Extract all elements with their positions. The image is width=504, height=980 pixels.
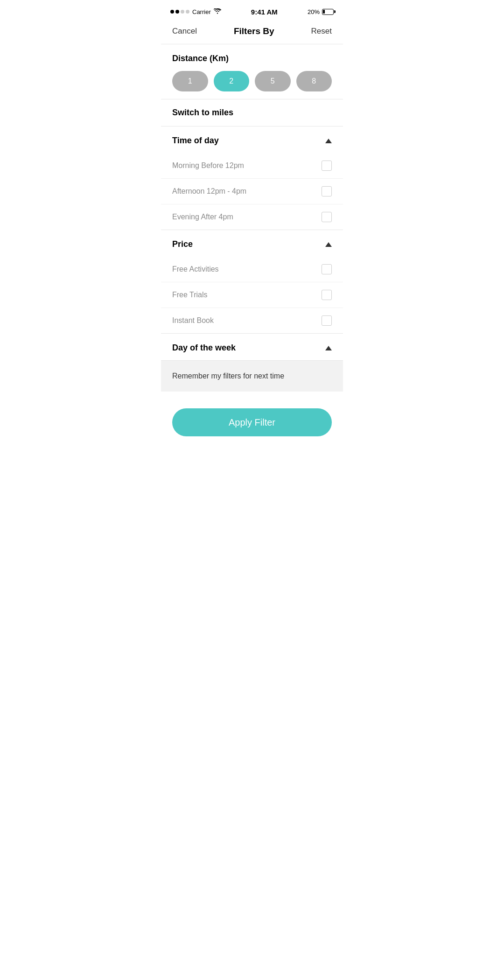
distance-section: Distance (Km) 1 2 5 8 xyxy=(161,44,343,99)
price-free-activities-checkbox[interactable] xyxy=(322,264,332,274)
day-of-week-header[interactable]: Day of the week xyxy=(161,334,343,360)
status-time: 9:41 AM xyxy=(251,8,278,16)
distance-pills: 1 2 5 8 xyxy=(172,71,332,91)
switch-miles-label[interactable]: Switch to miles xyxy=(172,108,233,117)
day-of-week-title: Day of the week xyxy=(172,343,236,353)
time-morning-item[interactable]: Morning Before 12pm xyxy=(161,153,343,178)
distance-pill-1[interactable]: 1 xyxy=(172,71,208,91)
time-morning-checkbox[interactable] xyxy=(322,161,332,171)
price-instant-book-label: Instant Book xyxy=(172,316,214,325)
remember-section: Remember my filters for next time xyxy=(161,361,343,392)
price-instant-book-checkbox[interactable] xyxy=(322,315,332,326)
distance-pill-8[interactable]: 8 xyxy=(296,71,332,91)
signal-dots xyxy=(170,10,189,14)
time-afternoon-item[interactable]: Afternoon 12pm - 4pm xyxy=(161,178,343,204)
price-free-activities-item[interactable]: Free Activities xyxy=(161,257,343,282)
time-afternoon-label: Afternoon 12pm - 4pm xyxy=(172,187,246,196)
time-evening-item[interactable]: Evening After 4pm xyxy=(161,204,343,230)
filter-content: Distance (Km) 1 2 5 8 Switch to miles Ti… xyxy=(161,44,343,455)
time-afternoon-checkbox[interactable] xyxy=(322,186,332,196)
signal-dot-1 xyxy=(170,10,174,14)
price-free-trials-item[interactable]: Free Trials xyxy=(161,282,343,308)
price-section: Price Free Activities Free Trials Instan… xyxy=(161,230,343,334)
wifi-icon xyxy=(214,8,221,15)
signal-dot-2 xyxy=(175,10,179,14)
signal-dot-4 xyxy=(186,10,189,14)
signal-dot-3 xyxy=(181,10,184,14)
time-of-day-section: Time of day Morning Before 12pm Afternoo… xyxy=(161,126,343,230)
price-instant-book-item[interactable]: Instant Book xyxy=(161,308,343,333)
status-left: Carrier xyxy=(170,8,221,15)
price-title: Price xyxy=(172,239,193,249)
day-of-week-chevron-up-icon xyxy=(325,346,332,350)
time-evening-label: Evening After 4pm xyxy=(172,213,233,221)
time-evening-checkbox[interactable] xyxy=(322,212,332,222)
page-title: Filters By xyxy=(234,26,274,36)
status-right: 20% xyxy=(308,8,334,15)
time-of-day-chevron-up-icon xyxy=(325,139,332,143)
remember-text: Remember my filters for next time xyxy=(172,372,284,380)
price-chevron-up-icon xyxy=(325,242,332,247)
time-of-day-header[interactable]: Time of day xyxy=(161,126,343,153)
distance-title: Distance (Km) xyxy=(172,54,332,63)
time-morning-label: Morning Before 12pm xyxy=(172,161,244,170)
reset-button[interactable]: Reset xyxy=(311,27,332,36)
price-free-trials-checkbox[interactable] xyxy=(322,290,332,300)
time-of-day-items: Morning Before 12pm Afternoon 12pm - 4pm… xyxy=(161,153,343,230)
distance-pill-2[interactable]: 2 xyxy=(214,71,250,91)
price-header[interactable]: Price xyxy=(161,230,343,257)
price-items: Free Activities Free Trials Instant Book xyxy=(161,257,343,333)
price-free-trials-label: Free Trials xyxy=(172,291,208,299)
carrier-label: Carrier xyxy=(192,8,211,15)
battery-percent: 20% xyxy=(308,8,320,15)
day-of-week-section: Day of the week xyxy=(161,334,343,361)
price-free-activities-label: Free Activities xyxy=(172,265,219,273)
apply-filter-button[interactable]: Apply Filter xyxy=(172,408,332,436)
switch-miles-section[interactable]: Switch to miles xyxy=(161,99,343,126)
apply-button-container: Apply Filter xyxy=(161,392,343,455)
distance-pill-5[interactable]: 5 xyxy=(255,71,291,91)
time-of-day-title: Time of day xyxy=(172,136,219,146)
battery-icon xyxy=(322,9,334,15)
cancel-button[interactable]: Cancel xyxy=(172,27,197,36)
nav-header: Cancel Filters By Reset xyxy=(161,21,343,44)
status-bar: Carrier 9:41 AM 20% xyxy=(161,0,343,21)
